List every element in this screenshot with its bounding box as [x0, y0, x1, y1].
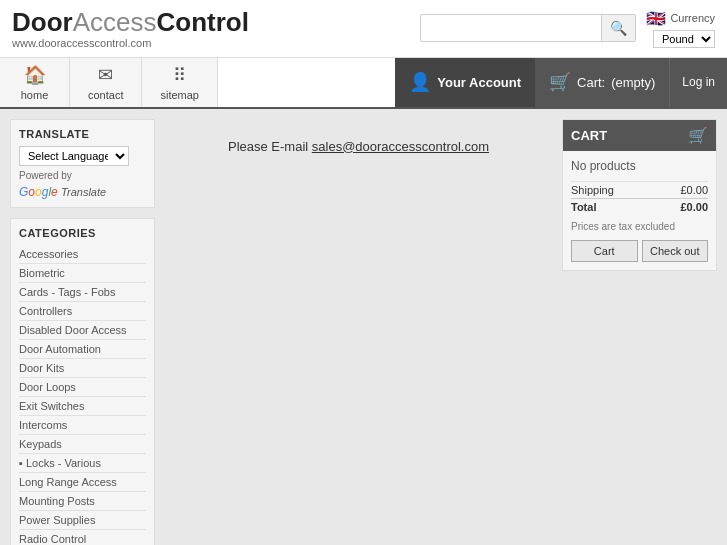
category-item[interactable]: Biometric: [19, 264, 146, 283]
shipping-label: Shipping: [571, 184, 614, 196]
category-item[interactable]: Door Loops: [19, 378, 146, 397]
navbar: 🏠 home ✉ contact ⠿ sitemap 👤 Your Accoun…: [0, 58, 727, 109]
nav-spacer: [218, 58, 395, 107]
category-item[interactable]: ▪ Locks - Various: [19, 454, 146, 473]
cart-status: (empty): [611, 75, 655, 90]
total-label: Total: [571, 201, 596, 213]
category-item[interactable]: Disabled Door Access: [19, 321, 146, 340]
account-icon: 👤: [409, 71, 431, 93]
sidebar: TRANSLATE Select Language Powered by Goo…: [10, 119, 155, 545]
category-item[interactable]: Intercoms: [19, 416, 146, 435]
home-icon: 🏠: [24, 64, 46, 86]
search-area: 🔍: [420, 14, 636, 42]
login-button[interactable]: Log in: [669, 58, 727, 107]
category-item[interactable]: Long Range Access: [19, 473, 146, 492]
logo-area: DoorAccessControl www.dooraccesscontrol.…: [12, 8, 410, 49]
category-item[interactable]: Controllers: [19, 302, 146, 321]
sitemap-icon: ⠿: [173, 64, 186, 86]
shipping-value: £0.00: [680, 184, 708, 196]
tax-notice: Prices are tax excluded: [571, 221, 708, 232]
category-list: AccessoriesBiometricCards - Tags - FobsC…: [19, 245, 146, 545]
cart-buttons: Cart Check out: [571, 240, 708, 262]
main: TRANSLATE Select Language Powered by Goo…: [0, 109, 727, 545]
category-item[interactable]: Door Kits: [19, 359, 146, 378]
flag-icon: 🇬🇧: [646, 9, 666, 28]
language-select[interactable]: Select Language: [19, 146, 129, 166]
header: DoorAccessControl www.dooraccesscontrol.…: [0, 0, 727, 58]
account-label: Your Account: [437, 75, 521, 90]
currency-select[interactable]: Pound Euro USD: [653, 30, 715, 48]
contact-icon: ✉: [98, 64, 113, 86]
categories-title: CATEGORIES: [19, 227, 146, 239]
currency-label: Currency: [670, 12, 715, 24]
cart-panel: CART 🛒 No products Shipping £0.00 Total …: [562, 119, 717, 545]
google-translate-logo: Google Translate: [19, 185, 106, 199]
cart-panel-header: CART 🛒: [563, 120, 716, 151]
nav-contact-label: contact: [88, 89, 123, 101]
cart-label: Cart:: [577, 75, 605, 90]
cart-area[interactable]: 🛒 Cart: (empty): [535, 58, 669, 107]
category-item[interactable]: Mounting Posts: [19, 492, 146, 511]
category-item[interactable]: Keypads: [19, 435, 146, 454]
translate-box: TRANSLATE Select Language Powered by Goo…: [10, 119, 155, 208]
logo-subtitle: www.dooraccesscontrol.com: [12, 37, 410, 49]
total-row: Total £0.00: [571, 198, 708, 215]
translate-content: Select Language Powered by Google Transl…: [19, 146, 146, 199]
search-button[interactable]: 🔍: [601, 15, 635, 41]
checkout-button[interactable]: Check out: [642, 240, 709, 262]
cart-panel-title: CART: [571, 128, 607, 143]
nav-sitemap[interactable]: ⠿ sitemap: [142, 58, 218, 107]
account-area[interactable]: 👤 Your Account: [395, 58, 535, 107]
content-area: Please E-mail sales@dooraccesscontrol.co…: [155, 119, 562, 545]
category-item[interactable]: Cards - Tags - Fobs: [19, 283, 146, 302]
nav-home-label: home: [21, 89, 49, 101]
email-link[interactable]: sales@dooraccesscontrol.com: [312, 139, 489, 154]
no-products: No products: [571, 159, 708, 173]
email-prefix: Please E-mail: [228, 139, 312, 154]
category-item[interactable]: Door Automation: [19, 340, 146, 359]
nav-home[interactable]: 🏠 home: [0, 58, 70, 107]
nav-sitemap-label: sitemap: [160, 89, 199, 101]
shipping-row: Shipping £0.00: [571, 181, 708, 198]
cart-button[interactable]: Cart: [571, 240, 638, 262]
cart-panel-icon: 🛒: [688, 126, 708, 145]
search-input[interactable]: [421, 16, 601, 40]
cart-icon: 🛒: [549, 71, 571, 93]
email-notice: Please E-mail sales@dooraccesscontrol.co…: [228, 139, 489, 154]
category-item[interactable]: Exit Switches: [19, 397, 146, 416]
cart-panel-box: CART 🛒 No products Shipping £0.00 Total …: [562, 119, 717, 271]
category-item[interactable]: Power Supplies: [19, 511, 146, 530]
powered-by-label: Powered by: [19, 170, 72, 181]
categories-box: CATEGORIES AccessoriesBiometricCards - T…: [10, 218, 155, 545]
total-value: £0.00: [680, 201, 708, 213]
cart-panel-body: No products Shipping £0.00 Total £0.00 P…: [563, 151, 716, 270]
logo-brand: DoorAccessControl: [12, 8, 410, 37]
category-item[interactable]: Accessories: [19, 245, 146, 264]
category-item[interactable]: Radio Control: [19, 530, 146, 545]
currency-area: 🇬🇧 Currency Pound Euro USD: [646, 9, 715, 48]
translate-title: TRANSLATE: [19, 128, 146, 140]
nav-contact[interactable]: ✉ contact: [70, 58, 142, 107]
